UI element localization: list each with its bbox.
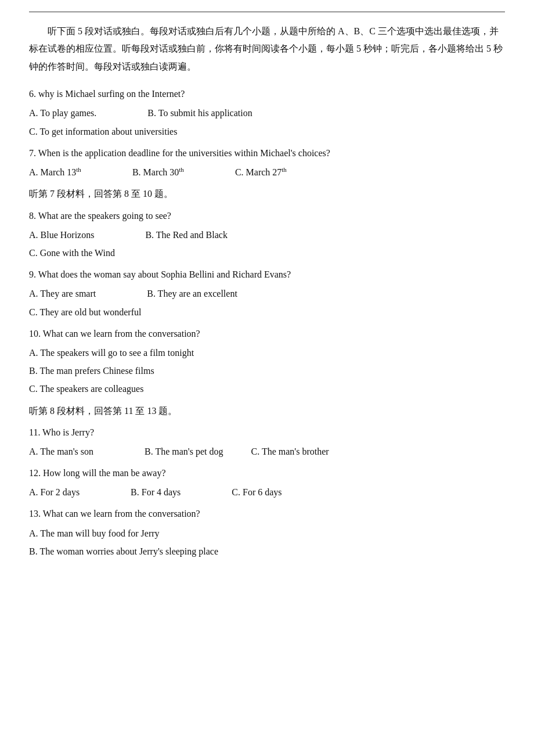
section-8-header: 听第 8 段材料，回答第 11 至 13 题。 bbox=[29, 403, 505, 419]
q13-option-b-text: B. The woman worries about Jerry's sleep… bbox=[29, 546, 218, 556]
q12-options-1: A. For 2 days B. For 4 days C. For 6 day… bbox=[29, 484, 505, 500]
q12-option-b: B. For 4 days bbox=[131, 487, 181, 497]
q8-option-c: C. Gone with the Wind bbox=[29, 248, 115, 258]
q11-option-c: C. The man's brother bbox=[251, 447, 329, 456]
q8-options-1: A. Blue Horizons B. The Red and Black bbox=[29, 227, 505, 243]
q7-options-1: A. March 13th B. March 30th C. March 27t… bbox=[29, 164, 505, 181]
q10-option-b-text: B. The man prefers Chinese films bbox=[29, 366, 154, 376]
q9-option-a: A. They are smart bbox=[29, 289, 96, 298]
q9-options-1: A. They are smart B. They are an excelle… bbox=[29, 286, 505, 301]
q9-option-c: C. They are old but wonderful bbox=[29, 307, 141, 317]
q6-title: 6. why is Michael surfing on the Interne… bbox=[29, 86, 505, 102]
question-13: 13. What can we learn from the conversat… bbox=[29, 506, 505, 559]
q12-option-c: C. For 6 days bbox=[232, 487, 282, 497]
q6-option-a: A. To play games. bbox=[29, 108, 96, 118]
q11-option-b: B. The man's pet dog bbox=[145, 447, 223, 456]
q13-option-b: B. The woman worries about Jerry's sleep… bbox=[29, 543, 505, 559]
intro-text: 听下面 5 段对话或独白。每段对话或独白后有几个小题，从题中所给的 A、B、C … bbox=[29, 23, 505, 75]
q13-option-a-text: A. The man will buy food for Jerry bbox=[29, 528, 160, 538]
question-12: 12. How long will the man be away? A. Fo… bbox=[29, 465, 505, 500]
q11-option-a: A. The man's son bbox=[29, 447, 93, 456]
q7-option-a: A. March 13th bbox=[29, 167, 81, 177]
question-7: 7. When is the application deadline for … bbox=[29, 145, 505, 181]
q10-option-a: A. The speakers will go to see a film to… bbox=[29, 345, 505, 361]
question-6: 6. why is Michael surfing on the Interne… bbox=[29, 86, 505, 139]
q10-option-b: B. The man prefers Chinese films bbox=[29, 363, 505, 379]
q11-options-1: A. The man's son B. The man's pet dog C.… bbox=[29, 444, 505, 459]
q10-title: 10. What can we learn from the conversat… bbox=[29, 326, 505, 341]
question-11: 11. Who is Jerry? A. The man's son B. Th… bbox=[29, 424, 505, 459]
q6-option-c: C. To get information about universities bbox=[29, 127, 177, 136]
question-8: 8. What are the speakers going to see? A… bbox=[29, 208, 505, 261]
q11-title: 11. Who is Jerry? bbox=[29, 424, 505, 440]
question-9: 9. What does the woman say about Sophia … bbox=[29, 267, 505, 320]
q8-option-a: A. Blue Horizons bbox=[29, 230, 94, 240]
q6-option-b: B. To submit his application bbox=[147, 108, 252, 118]
q9-option-b: B. They are an excellent bbox=[147, 289, 237, 298]
question-10: 10. What can we learn from the conversat… bbox=[29, 326, 505, 397]
q7-option-b: B. March 30th bbox=[132, 167, 184, 177]
q12-title: 12. How long will the man be away? bbox=[29, 465, 505, 481]
q8-options-2: C. Gone with the Wind bbox=[29, 245, 505, 261]
q6-options-2: C. To get information about universities bbox=[29, 124, 505, 139]
q10-option-a-text: A. The speakers will go to see a film to… bbox=[29, 348, 194, 358]
q13-option-a: A. The man will buy food for Jerry bbox=[29, 525, 505, 541]
q13-title: 13. What can we learn from the conversat… bbox=[29, 506, 505, 521]
section-7-header: 听第 7 段材料，回答第 8 至 10 题。 bbox=[29, 186, 505, 201]
q7-title: 7. When is the application deadline for … bbox=[29, 145, 505, 161]
q7-option-c: C. March 27th bbox=[235, 167, 287, 177]
q9-options-2: C. They are old but wonderful bbox=[29, 304, 505, 320]
q6-options-1: A. To play games. B. To submit his appli… bbox=[29, 105, 505, 121]
q10-option-c: C. The speakers are colleagues bbox=[29, 381, 505, 397]
q8-option-b: B. The Red and Black bbox=[145, 230, 227, 240]
q10-option-c-text: C. The speakers are colleagues bbox=[29, 384, 143, 394]
q9-title: 9. What does the woman say about Sophia … bbox=[29, 267, 505, 282]
q8-title: 8. What are the speakers going to see? bbox=[29, 208, 505, 224]
q12-option-a: A. For 2 days bbox=[29, 487, 80, 497]
top-divider bbox=[29, 12, 505, 12]
